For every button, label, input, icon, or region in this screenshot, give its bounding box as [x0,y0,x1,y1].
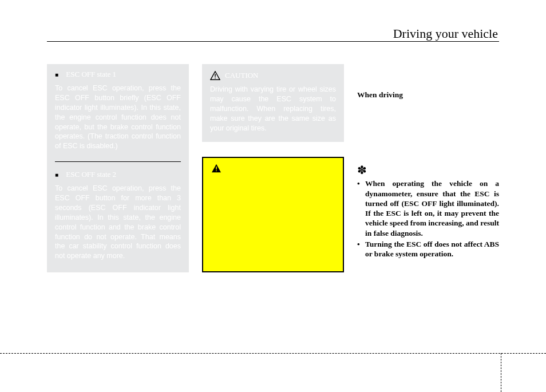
right-column: ESC OFF usage When driving It is a good … [357,64,499,272]
middle-column: CAUTION Driving with varying tire or whe… [202,64,344,272]
footer-crop-line-v [501,353,501,392]
notice-item-2: Turning the ESC off does not affect ABS … [365,239,499,259]
svg-rect-5 [216,171,216,171]
when-driving-para-2: To turn ESC off while driving, press the… [357,124,499,154]
caution-heading: CAUTION [210,71,336,80]
notice-list: When operating the vehicle on a dynamome… [357,179,499,259]
warning-heading: WARNING [211,164,335,173]
warning-triangle-icon [211,164,221,173]
svg-rect-4 [216,167,216,169]
notice-word: NOTICE [369,163,416,177]
section-title: ESC OFF usage [357,69,499,78]
when-driving-heading: When driving [357,90,499,100]
notice-flag: ✽NOTICE [357,163,499,177]
esc-off-state-2-body: To cancel ESC operation, press the ESC O… [55,184,181,261]
caution-body: Driving with varying tire or wheel sizes… [210,85,336,133]
esc-off-state-1-box: ESC OFF state 1 To cancel ESC operation,… [47,64,189,161]
warning-label: WARNING [226,164,261,173]
three-column-layout: ESC OFF state 1 To cancel ESC operation,… [47,64,499,272]
warning-box: WARNING Never press the ESC OFF button w… [202,157,344,272]
caution-box: CAUTION Driving with varying tire or whe… [202,64,344,142]
esc-off-states: ESC OFF state 1 To cancel ESC operation,… [47,64,189,272]
manual-page: Driving your vehicle ESC OFF state 1 To … [0,0,546,392]
notice-item-1: When operating the vehicle on a dynamome… [365,179,499,238]
footer-crop-line-h [0,353,546,354]
page-number: 5-33 [481,359,498,369]
esc-off-state-1-body: To cancel ESC operation, press the ESC O… [55,84,181,151]
esc-off-state-2-heading: ESC OFF state 2 [55,170,181,179]
left-column: ESC OFF state 1 To cancel ESC operation,… [47,64,189,272]
when-driving-para-1: It is a good idea to keep the ESC turned… [357,102,499,122]
warning-body: Never press the ESC OFF button while ESC… [211,176,335,263]
svg-rect-1 [215,74,215,77]
caution-triangle-icon [210,71,220,80]
esc-off-state-2-box: ESC OFF state 2 To cancel ESC operation,… [47,162,189,272]
notice-star-icon: ✽ [357,164,367,176]
esc-off-state-1-heading: ESC OFF state 1 [55,70,181,79]
header-rule [47,41,499,42]
caution-label: CAUTION [225,71,259,80]
svg-rect-2 [215,78,215,78]
running-header: Driving your vehicle [393,26,498,41]
